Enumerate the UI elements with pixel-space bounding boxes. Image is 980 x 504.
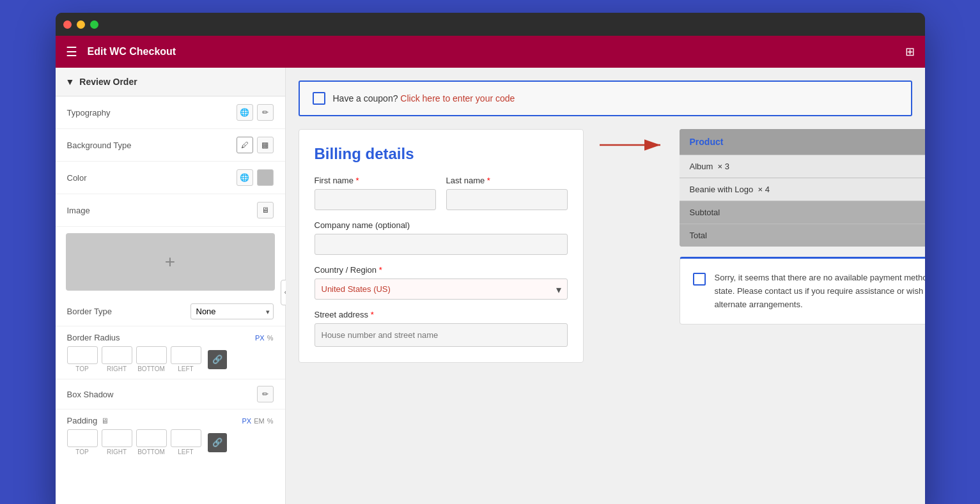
border-type-select-wrapper: None: [191, 303, 274, 319]
globe-color-icon[interactable]: 🌐: [237, 169, 253, 186]
br-bottom-group: 10 BOTTOM: [136, 346, 167, 372]
coupon-label: Have a coupon?: [333, 93, 398, 103]
br-left-group: 10 LEFT: [171, 346, 201, 372]
order-table: Product Subtotal Album × 3 $45.00 Beanie…: [680, 129, 925, 247]
box-shadow-label: Box Shadow: [67, 390, 114, 399]
br-unit-px[interactable]: PX: [255, 334, 265, 342]
br-bottom-input[interactable]: 10: [136, 346, 167, 364]
monitor-padding-icon: 🖥: [101, 416, 109, 425]
br-unit-pct[interactable]: %: [267, 334, 274, 342]
name-row: First name * Last name *: [315, 176, 568, 210]
titlebar: [56, 13, 925, 36]
table-row: Beanie with Logo × 4 $72.00: [680, 178, 925, 201]
border-type-label: Border Type: [67, 307, 113, 316]
br-top-label: TOP: [75, 365, 88, 372]
padding-left-input[interactable]: 10: [171, 429, 201, 447]
row-product-0: Album × 3: [690, 162, 730, 171]
br-bottom-label: BOTTOM: [137, 365, 165, 372]
padding-bottom-input[interactable]: 10: [136, 429, 167, 447]
background-type-label: Background Type: [67, 141, 132, 150]
total-row: Total $117.00: [680, 224, 925, 247]
border-radius-label: Border Radius: [67, 333, 120, 342]
first-name-label: First name *: [315, 176, 436, 185]
padding-bottom-label: BOTTOM: [137, 448, 165, 455]
arrow-container: [596, 129, 667, 363]
plus-icon: +: [165, 252, 175, 272]
br-right-label: RIGHT: [107, 365, 127, 372]
br-inputs: 10 TOP 10 RIGHT 10 BOTTOM 10: [67, 346, 274, 372]
box-shadow-edit-icon[interactable]: ✏: [257, 386, 274, 402]
subtotal-label: Subtotal: [690, 208, 720, 217]
padding-right-label: RIGHT: [107, 448, 127, 455]
color-label: Color: [67, 173, 87, 183]
main-layout: ▼ Review Order Typography 🌐 ✏ Background…: [56, 68, 925, 504]
company-input[interactable]: [315, 234, 568, 255]
padding-unit-px[interactable]: PX: [242, 417, 252, 425]
row-product-1: Beanie with Logo × 4: [690, 185, 770, 194]
paint-icon[interactable]: 🖊: [237, 137, 253, 153]
maximize-button[interactable]: [90, 20, 98, 29]
country-label: Country / Region *: [315, 265, 568, 275]
coupon-icon: [313, 92, 325, 105]
order-table-header: Product Subtotal: [680, 129, 925, 155]
street-label: Street address *: [315, 310, 568, 319]
color-controls: 🌐: [237, 169, 274, 186]
padding-left-group: 10 LEFT: [171, 429, 201, 455]
padding-bottom-group: 10 BOTTOM: [136, 429, 167, 455]
country-select[interactable]: United States (US): [315, 279, 568, 300]
br-link-icon[interactable]: 🔗: [208, 350, 227, 369]
background-type-controls: 🖊 ▩: [237, 137, 274, 153]
sidebar-section-header[interactable]: ▼ Review Order: [56, 68, 285, 96]
content-area: Have a coupon? Click here to enter your …: [286, 68, 925, 504]
monitor-icon[interactable]: 🖥: [257, 202, 274, 218]
company-group: Company name (optional): [315, 220, 568, 255]
br-top-input[interactable]: 10: [67, 346, 98, 364]
street-input[interactable]: [315, 323, 568, 347]
hamburger-icon[interactable]: ☰: [66, 44, 77, 59]
padding-unit-pct[interactable]: %: [267, 417, 274, 425]
globe-icon[interactable]: 🌐: [237, 104, 253, 121]
br-left-input[interactable]: 10: [171, 346, 201, 364]
image-controls: 🖥: [257, 202, 274, 218]
coupon-text: Have a coupon? Click here to enter your …: [333, 93, 515, 103]
typography-row: Typography 🌐 ✏: [56, 96, 285, 129]
padding-section: Padding 🖥 PX EM % 10 TOP: [56, 409, 285, 462]
padding-unit-em[interactable]: EM: [254, 417, 265, 425]
edit-icon[interactable]: ✏: [257, 104, 274, 121]
close-button[interactable]: [63, 20, 72, 29]
br-right-input[interactable]: 10: [102, 346, 132, 364]
br-right-group: 10 RIGHT: [102, 346, 132, 372]
minimize-button[interactable]: [77, 20, 85, 29]
padding-right-input[interactable]: 10: [102, 429, 132, 447]
top-bar-title: Edit WC Checkout: [88, 46, 895, 57]
chevron-icon: ▼: [66, 77, 75, 87]
image-bg-icon[interactable]: ▩: [257, 137, 274, 153]
padding-top-input[interactable]: 10: [67, 429, 98, 447]
padding-left-label: LEFT: [178, 448, 193, 455]
coupon-bar: Have a coupon? Click here to enter your …: [299, 80, 912, 116]
first-name-input[interactable]: [315, 189, 436, 210]
last-name-input[interactable]: [446, 189, 568, 210]
right-panel: Product Subtotal Album × 3 $45.00 Beanie…: [680, 129, 925, 363]
padding-right-group: 10 RIGHT: [102, 429, 132, 455]
payment-notice: Sorry, it seems that there are no availa…: [680, 257, 925, 325]
col-product: Product: [690, 137, 724, 147]
color-row: Color 🌐: [56, 162, 285, 194]
image-upload-area[interactable]: +: [66, 233, 275, 291]
grid-icon[interactable]: ⊞: [905, 45, 915, 59]
padding-top-group: 10 TOP: [67, 429, 98, 455]
billing-form: Billing details First name *: [299, 129, 584, 363]
payment-notice-text: Sorry, it seems that there are no availa…: [715, 271, 925, 311]
padding-inputs: 10 TOP 10 RIGHT 10 BOTTOM 10: [67, 429, 274, 455]
last-name-label: Last name *: [446, 176, 568, 185]
billing-section: Billing details First name *: [299, 129, 912, 363]
company-label: Company name (optional): [315, 220, 568, 230]
border-type-select[interactable]: None: [191, 303, 274, 319]
border-type-row: Border Type None: [56, 297, 285, 326]
color-swatch[interactable]: [257, 169, 274, 186]
sidebar: ▼ Review Order Typography 🌐 ✏ Background…: [56, 68, 286, 504]
typography-label: Typography: [67, 108, 111, 118]
padding-link-icon[interactable]: 🔗: [208, 433, 227, 452]
billing-title: Billing details: [315, 145, 568, 163]
coupon-link[interactable]: Click here to enter your code: [400, 93, 515, 103]
